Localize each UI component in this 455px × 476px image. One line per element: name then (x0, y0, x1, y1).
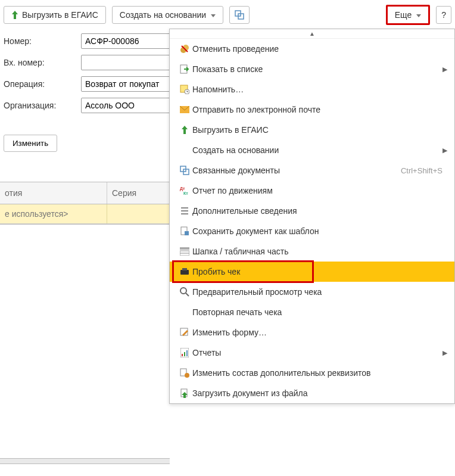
number-label: Номер: (4, 36, 81, 46)
svg-text:Кт: Кт (183, 191, 188, 195)
menu-upload-egais[interactable]: Выгрузить в ЕГАИС (170, 120, 454, 140)
change-button[interactable]: Изменить (4, 135, 57, 152)
svg-rect-29 (186, 350, 188, 356)
grid-col2-header[interactable]: Серия (107, 182, 173, 204)
menu-extra-info[interactable]: Дополнительные сведения (170, 201, 454, 221)
change-label: Изменить (13, 139, 48, 148)
grid-cell (107, 204, 173, 223)
svg-rect-22 (182, 268, 187, 270)
link-docs-button[interactable] (229, 6, 250, 24)
list-arrow-icon (177, 64, 192, 74)
save-doc-icon (177, 226, 192, 236)
coins-cancel-icon (177, 44, 192, 54)
svg-line-24 (186, 293, 189, 296)
create-based-button[interactable]: Создать на основании (112, 6, 223, 24)
arrow-up-icon (177, 126, 192, 134)
menu-send-email[interactable]: Отправить по электронной почте (170, 99, 454, 120)
import-file-icon (177, 388, 192, 398)
envelope-icon (177, 106, 192, 113)
shortcut-text: Ctrl+Shift+S (401, 166, 447, 175)
in-number-label: Вх. номер: (4, 58, 81, 67)
cash-register-icon (177, 267, 192, 276)
menu-reports[interactable]: Отчеты ▶ (170, 343, 454, 363)
org-field[interactable] (81, 98, 170, 113)
operation-field[interactable] (81, 76, 170, 92)
note-clock-icon (177, 85, 192, 94)
menu-header-table[interactable]: Шапка / табличная часть (170, 241, 454, 262)
chevron-right-icon: ▶ (438, 147, 447, 154)
toolbar: Выгрузить в ЕГАИС Создать на основании Е… (0, 0, 455, 30)
form-edit-icon (177, 328, 192, 337)
svg-text:Дт: Дт (180, 186, 185, 191)
menu-save-template[interactable]: Сохранить документ как шаблон (170, 221, 454, 241)
svg-rect-28 (184, 352, 185, 356)
dtkt-icon: ДтКт (177, 186, 192, 195)
svg-rect-27 (182, 354, 183, 356)
header-table-icon (177, 247, 192, 256)
menu-show-in-list[interactable]: Показать в списке ▶ (170, 59, 454, 79)
link-docs-icon (177, 166, 192, 175)
menu-remind[interactable]: Напомнить… (170, 79, 454, 99)
svg-point-31 (185, 373, 189, 378)
menu-preview-receipt[interactable]: Предварительный просмотр чека (170, 282, 454, 302)
menu-load-from-file[interactable]: Загрузить документ из файла (170, 383, 454, 403)
menu-linked-docs[interactable]: Связанные документы Ctrl+Shift+S (170, 160, 454, 181)
menu-reprint-receipt[interactable]: Повторная печать чека (170, 302, 454, 322)
link-docs-icon (235, 10, 244, 20)
menu-movements-report[interactable]: ДтКт Отчет по движениям (170, 181, 454, 201)
grid-cell: е используется> (0, 204, 107, 223)
svg-point-23 (180, 288, 186, 294)
grid-col1-header[interactable]: отия (0, 182, 107, 204)
org-label: Организация: (4, 101, 81, 110)
status-bar (0, 458, 170, 464)
chevron-right-icon: ▶ (438, 349, 447, 357)
svg-rect-18 (180, 247, 189, 250)
menu-change-form[interactable]: Изменить форму… (170, 322, 454, 343)
upload-egais-button[interactable]: Выгрузить в ЕГАИС (4, 6, 106, 24)
svg-rect-17 (185, 231, 189, 235)
svg-rect-21 (180, 270, 189, 275)
more-button[interactable]: Еще (386, 5, 431, 25)
report-icon (177, 348, 192, 357)
upload-egais-label: Выгрузить в ЕГАИС (22, 10, 98, 20)
help-button[interactable]: ? (436, 6, 451, 24)
more-menu: ▲ Отменить проведение Показать в списке … (169, 29, 455, 404)
number-field[interactable] (81, 33, 170, 49)
magnifier-icon (177, 287, 192, 297)
arrow-up-icon (11, 11, 18, 19)
more-label: Еще (395, 10, 412, 20)
operation-label: Операция: (4, 79, 81, 89)
help-label: ? (441, 10, 446, 20)
menu-print-receipt[interactable]: Пробить чек (170, 262, 454, 282)
menu-create-based[interactable]: Создать на основании ▶ (170, 140, 454, 160)
chevron-right-icon: ▶ (438, 66, 447, 73)
gear-list-icon (177, 368, 192, 378)
in-number-field[interactable] (81, 55, 170, 70)
list-icon (177, 207, 192, 215)
menu-change-extra-fields[interactable]: Изменить состав дополнительных реквизито… (170, 363, 454, 383)
chevron-down-icon (210, 10, 216, 20)
scroll-up-icon[interactable]: ▲ (170, 29, 454, 39)
create-based-label: Создать на основании (120, 10, 206, 20)
menu-cancel-posting[interactable]: Отменить проведение (170, 39, 454, 59)
chevron-down-icon (415, 10, 421, 20)
